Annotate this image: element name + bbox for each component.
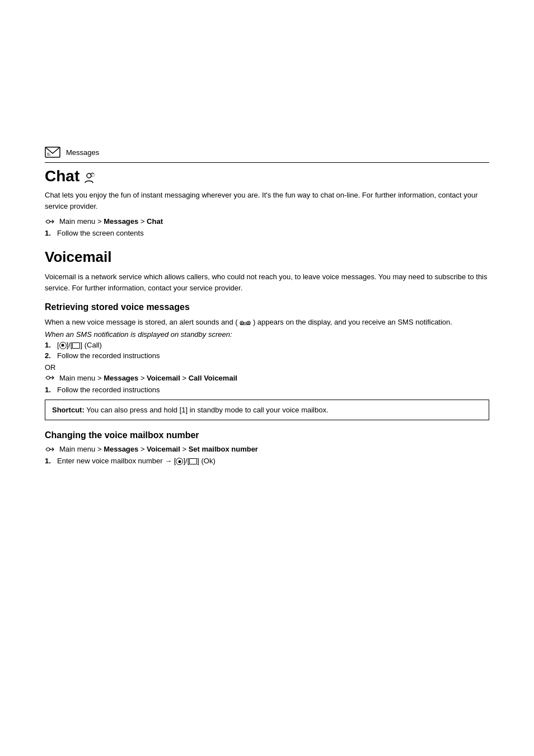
svg-point-9	[241, 322, 242, 323]
changing-title: Changing the voice mailbox number	[45, 430, 489, 440]
sms-step-2-text: Follow the recorded instructions	[57, 351, 160, 360]
voicemail-icon-inline	[240, 318, 253, 326]
changing-steps: 1. Enter new voice mailbox number → []/[…	[45, 457, 489, 465]
chat-description: Chat lets you enjoy the fun of instant m…	[45, 190, 489, 212]
shortcut-label: Shortcut:	[52, 406, 85, 414]
changing-step-1: 1. Enter new voice mailbox number → []/[…	[45, 457, 489, 465]
chat-nav-path: Main menu > Messages > Chat	[45, 217, 489, 226]
chat-step-1: 1. Follow the screen contents	[45, 229, 489, 237]
chat-nav-text: Main menu > Messages > Chat	[59, 217, 163, 226]
sms-steps: 1. []/[] (Call) 2. Follow the recorded i…	[45, 341, 489, 360]
voicemail-nav-arrow	[45, 374, 55, 382]
soft-key-icon-2	[189, 458, 197, 464]
content-area: Messages Chat 💬 Chat lets you enjoy the …	[0, 123, 534, 502]
svg-point-10	[248, 322, 249, 323]
center-key-icon-2	[176, 458, 183, 465]
messages-label: Messages	[66, 148, 99, 157]
center-key-icon	[59, 342, 67, 349]
changing-nav-path: Main menu > Messages > Voicemail > Set m…	[45, 445, 489, 453]
chat-title: Chat 💬	[45, 167, 489, 185]
retrieving-title: Retrieving stored voice messages	[45, 302, 489, 312]
nav-step-1: 1. Follow the recorded instructions	[45, 386, 489, 394]
messages-header: Messages	[45, 145, 489, 163]
chat-icon: 💬	[83, 170, 95, 182]
changing-nav-text: Main menu > Messages > Voicemail > Set m…	[59, 445, 258, 453]
nav-step-1-text: Follow the recorded instructions	[57, 386, 160, 394]
chat-nav-arrow	[45, 218, 55, 226]
sms-step-2: 2. Follow the recorded instructions	[45, 351, 489, 360]
nav-steps: 1. Follow the recorded instructions	[45, 386, 489, 394]
voicemail-title: Voicemail	[45, 248, 489, 266]
messages-icon	[45, 145, 60, 159]
sms-step-1: 1. []/[] (Call)	[45, 341, 489, 349]
chat-title-text: Chat	[45, 167, 79, 185]
retrieving-description: When a new voice message is stored, an a…	[45, 317, 489, 328]
sms-step-1-text: []/[] (Call)	[57, 341, 102, 349]
shortcut-box: Shortcut: You can also press and hold [1…	[45, 400, 489, 421]
soft-key-icon	[72, 342, 80, 349]
svg-text:💬: 💬	[91, 173, 95, 177]
voicemail-nav-text: Main menu > Messages > Voicemail > Call …	[59, 374, 237, 382]
changing-nav-arrow	[45, 445, 55, 453]
chat-steps: 1. Follow the screen contents	[45, 229, 489, 237]
voicemail-description: Voicemail is a network service which all…	[45, 271, 489, 293]
chat-step-1-text: Follow the screen contents	[57, 229, 144, 237]
or-text: OR	[45, 363, 489, 372]
sms-notification-note: When an SMS notification is displayed on…	[45, 330, 489, 339]
voicemail-nav-path: Main menu > Messages > Voicemail > Call …	[45, 374, 489, 382]
changing-step-1-text: Enter new voice mailbox number → []/[] (…	[57, 457, 216, 465]
shortcut-text: You can also press and hold [1] in stand…	[86, 406, 328, 414]
page: Messages Chat 💬 Chat lets you enjoy the …	[0, 123, 534, 756]
